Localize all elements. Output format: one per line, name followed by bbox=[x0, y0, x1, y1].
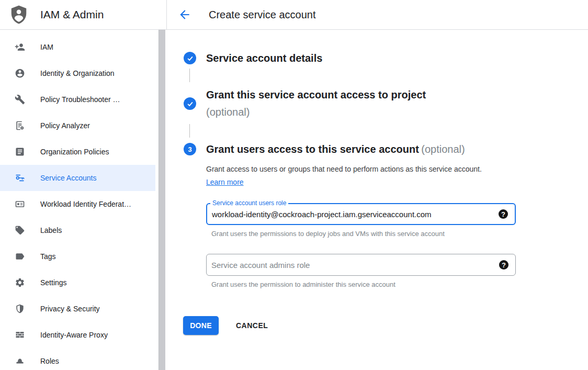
sidebar-item-settings[interactable]: Settings bbox=[0, 270, 155, 296]
step-connector bbox=[189, 69, 190, 82]
users-role-field: Service account users role ? bbox=[206, 203, 516, 225]
gear-icon bbox=[15, 277, 25, 288]
sidebar-item-policy-analyzer[interactable]: Policy Analyzer bbox=[0, 113, 155, 139]
step-2-optional: (optional) bbox=[206, 104, 426, 121]
admins-role-field: ? bbox=[206, 254, 516, 276]
sidebar-item-label: Workload Identity Federat… bbox=[40, 200, 131, 208]
sidebar-item-label: Policy Analyzer bbox=[40, 121, 90, 130]
sidebar-item-organization-policies[interactable]: Organization Policies bbox=[0, 139, 155, 165]
sidebar-item-tags[interactable]: Tags bbox=[0, 243, 155, 270]
step-2: Grant this service account access to pro… bbox=[184, 86, 426, 121]
sidebar-item-privacy-security[interactable]: Privacy & Security bbox=[0, 296, 155, 322]
proxy-wall-icon bbox=[15, 330, 25, 340]
sidebar-item-label: Identity & Organization bbox=[40, 69, 115, 77]
sidebar-item-service-accounts[interactable]: Service Accounts bbox=[0, 165, 155, 191]
sidebar: IAM & Admin IAM Identity & Organization … bbox=[0, 0, 166, 370]
learn-more-link[interactable]: Learn more bbox=[206, 178, 244, 186]
sidebar-scrollbar[interactable] bbox=[159, 30, 165, 370]
sidebar-item-label: Roles bbox=[40, 357, 59, 365]
sidebar-item-label: Organization Policies bbox=[40, 148, 109, 156]
sidebar-item-label: Identity-Aware Proxy bbox=[40, 331, 108, 339]
article-icon bbox=[15, 147, 25, 157]
step-1-title: Service account details bbox=[206, 52, 322, 64]
sidebar-item-iam[interactable]: IAM bbox=[0, 34, 155, 60]
step-complete-check-icon bbox=[184, 97, 196, 110]
shield-half-icon bbox=[15, 304, 25, 314]
service-account-key-icon bbox=[15, 173, 25, 183]
step-2-title: Grant this service account access to pro… bbox=[206, 86, 426, 104]
topbar: Create service account bbox=[166, 0, 588, 30]
sidebar-item-label: Service Accounts bbox=[40, 174, 96, 182]
sidebar-item-workload-identity-federation[interactable]: Workload Identity Federat… bbox=[0, 191, 155, 217]
users-role-helper-text: Grant users the permissions to deploy jo… bbox=[211, 230, 445, 238]
person-add-icon bbox=[15, 42, 25, 52]
action-buttons: DONE CANCEL bbox=[183, 316, 268, 335]
cancel-button[interactable]: CANCEL bbox=[236, 321, 268, 330]
step-1: Service account details bbox=[184, 51, 322, 65]
sidebar-item-label: Tags bbox=[40, 252, 56, 261]
step-3-number-badge: 3 bbox=[184, 143, 196, 155]
step-3-optional: (optional) bbox=[421, 143, 465, 155]
step-3: 3 Grant users access to this service acc… bbox=[184, 142, 465, 156]
sidebar-item-label: Privacy & Security bbox=[40, 305, 100, 313]
users-role-input[interactable] bbox=[207, 204, 515, 224]
sidebar-item-policy-troubleshooter[interactable]: Policy Troubleshooter … bbox=[0, 86, 155, 113]
step-complete-check-icon bbox=[184, 52, 196, 64]
sidebar-item-roles[interactable]: Roles bbox=[0, 348, 155, 370]
label-tag-icon bbox=[15, 225, 25, 236]
sidebar-nav: IAM Identity & Organization Policy Troub… bbox=[0, 30, 166, 370]
id-card-icon bbox=[15, 199, 25, 209]
hat-icon bbox=[15, 356, 25, 366]
step-3-title: Grant users access to this service accou… bbox=[206, 143, 419, 155]
arrow-back-icon[interactable] bbox=[178, 8, 191, 21]
page-title: Create service account bbox=[209, 9, 316, 21]
tag-arrow-icon bbox=[15, 251, 25, 262]
sidebar-item-identity-aware-proxy[interactable]: Identity-Aware Proxy bbox=[0, 322, 155, 348]
step-3-description: Grant access to users or groups that nee… bbox=[206, 163, 502, 189]
shield-person-icon bbox=[9, 5, 29, 25]
help-icon[interactable]: ? bbox=[499, 209, 508, 219]
sidebar-item-label: Policy Troubleshooter … bbox=[40, 95, 120, 104]
step-3-number: 3 bbox=[188, 145, 191, 153]
product-title: IAM & Admin bbox=[40, 8, 104, 21]
policy-analyzer-icon bbox=[15, 120, 25, 131]
main-content: Service account details Grant this servi… bbox=[166, 30, 588, 370]
sidebar-item-label: Labels bbox=[40, 226, 62, 234]
done-button[interactable]: DONE bbox=[183, 316, 219, 335]
admins-role-input[interactable] bbox=[207, 254, 515, 275]
sidebar-item-identity-organization[interactable]: Identity & Organization bbox=[0, 60, 155, 86]
sidebar-header: IAM & Admin bbox=[0, 0, 166, 30]
step-connector bbox=[189, 124, 190, 138]
sidebar-item-labels[interactable]: Labels bbox=[0, 217, 155, 243]
admins-role-helper-text: Grant users the permission to administer… bbox=[211, 281, 395, 288]
help-icon[interactable]: ? bbox=[499, 260, 508, 270]
sidebar-item-label: IAM bbox=[40, 43, 53, 51]
description-text: Grant access to users or groups that nee… bbox=[206, 165, 482, 173]
sidebar-item-label: Settings bbox=[40, 278, 67, 287]
wrench-icon bbox=[15, 94, 25, 105]
account-circle-icon bbox=[15, 68, 25, 79]
